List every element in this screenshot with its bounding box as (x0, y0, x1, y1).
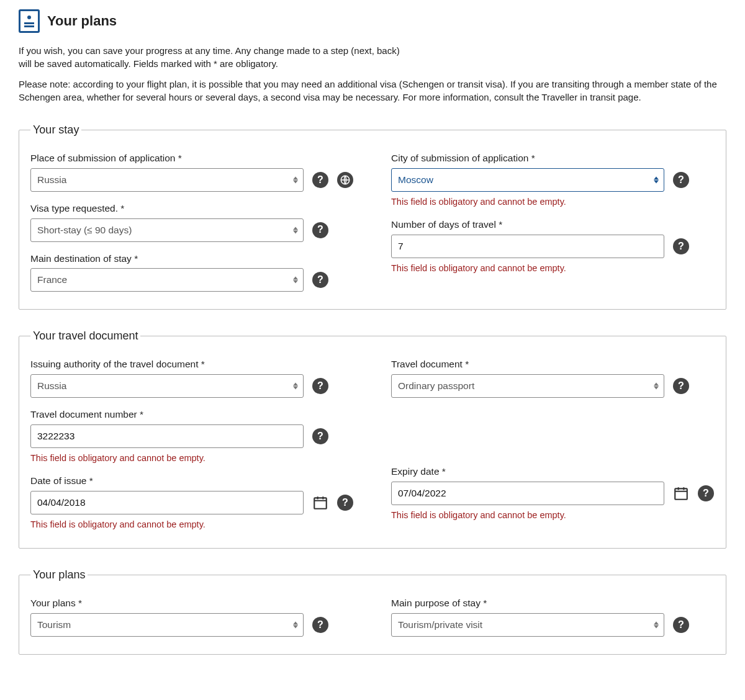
help-icon[interactable]: ? (312, 428, 328, 444)
document-icon (19, 9, 40, 33)
place-of-submission-label: Place of submission of application * (30, 151, 354, 165)
expiry-date-value: 07/04/2022 (398, 487, 446, 500)
help-icon[interactable]: ? (337, 495, 353, 511)
help-icon[interactable]: ? (698, 485, 714, 501)
chevron-updown-icon (654, 383, 659, 390)
chevron-updown-icon (293, 227, 298, 233)
calendar-icon[interactable] (312, 495, 328, 511)
date-of-issue-value: 04/04/2018 (37, 496, 86, 509)
main-purpose-select[interactable]: Tourism/private visit (391, 613, 664, 637)
chevron-updown-icon (293, 621, 298, 628)
travel-document-value: Ordinary passport (398, 379, 474, 393)
expiry-date-label: Expiry date * (391, 465, 715, 478)
help-icon[interactable]: ? (673, 172, 689, 188)
destination-value: France (37, 273, 67, 287)
doc-number-error: This field is obligatory and cannot be e… (30, 452, 354, 464)
section-legend-doc: Your travel document (30, 328, 140, 344)
date-of-issue-input[interactable]: 04/04/2018 (30, 491, 304, 514)
issuing-authority-select[interactable]: Russia (30, 374, 304, 398)
section-legend-stay: Your stay (30, 122, 81, 138)
help-icon[interactable]: ? (312, 172, 328, 188)
doc-number-input[interactable]: 3222233 (30, 424, 304, 448)
destination-select[interactable]: France (30, 268, 304, 292)
doc-number-value: 3222233 (37, 429, 74, 443)
date-of-issue-label: Date of issue * (30, 474, 354, 488)
page-header: Your plans (19, 9, 726, 33)
help-icon[interactable]: ? (673, 617, 689, 633)
main-purpose-value: Tourism/private visit (398, 618, 482, 632)
svg-rect-2 (675, 488, 687, 499)
help-icon[interactable]: ? (312, 617, 328, 633)
intro-paragraph-2: Please note: according to your flight pl… (19, 78, 726, 104)
place-of-submission-value: Russia (37, 173, 66, 187)
globe-icon[interactable] (337, 172, 353, 188)
intro-text: If you wish, you can save your progress … (19, 44, 726, 104)
chevron-updown-icon (293, 383, 298, 390)
intro-paragraph-1: If you wish, you can save your progress … (19, 44, 404, 70)
travel-document-label: Travel document * (391, 357, 715, 371)
expiry-date-error: This field is obligatory and cannot be e… (391, 509, 715, 521)
city-of-submission-label: City of submission of application * (391, 151, 715, 165)
visa-type-select[interactable]: Short-stay (≤ 90 days) (30, 218, 304, 242)
chevron-updown-icon (293, 277, 298, 284)
expiry-date-input[interactable]: 07/04/2022 (391, 482, 664, 505)
city-of-submission-value: Moscow (398, 173, 433, 187)
section-your-stay: Your stay Place of submission of applica… (19, 122, 726, 310)
chevron-updown-icon (654, 621, 659, 628)
issuing-authority-label: Issuing authority of the travel document… (30, 357, 354, 371)
section-legend-plans: Your plans (30, 567, 88, 583)
place-of-submission-select[interactable]: Russia (30, 168, 304, 192)
city-error: This field is obligatory and cannot be e… (391, 195, 715, 208)
your-plans-select[interactable]: Tourism (30, 613, 304, 637)
section-travel-document: Your travel document Issuing authority o… (19, 328, 726, 549)
visa-type-value: Short-stay (≤ 90 days) (37, 223, 132, 237)
days-of-travel-value: 7 (398, 240, 404, 253)
your-plans-value: Tourism (37, 618, 71, 632)
help-icon[interactable]: ? (673, 378, 689, 394)
visa-type-label: Visa type requested. * (30, 202, 354, 215)
help-icon[interactable]: ? (312, 222, 328, 238)
section-your-plans: Your plans Your plans * Tourism ? Main p… (19, 567, 726, 655)
days-of-travel-label: Number of days of travel * (391, 218, 715, 231)
travel-document-select[interactable]: Ordinary passport (391, 374, 664, 398)
help-icon[interactable]: ? (312, 378, 328, 394)
days-of-travel-input[interactable]: 7 (391, 235, 664, 258)
help-icon[interactable]: ? (673, 238, 689, 254)
svg-rect-1 (314, 498, 327, 508)
chevron-updown-icon (293, 176, 298, 183)
calendar-icon[interactable] (673, 485, 689, 501)
city-of-submission-select[interactable]: Moscow (391, 168, 664, 192)
doc-number-label: Travel document number * (30, 408, 354, 421)
page-title: Your plans (47, 12, 117, 31)
destination-label: Main destination of stay * (30, 252, 354, 266)
main-purpose-label: Main purpose of stay * (391, 596, 715, 610)
days-error: This field is obligatory and cannot be e… (391, 262, 715, 274)
issuing-authority-value: Russia (37, 379, 66, 393)
your-plans-label: Your plans * (30, 596, 354, 610)
date-of-issue-error: This field is obligatory and cannot be e… (30, 518, 354, 531)
chevron-updown-icon (654, 176, 659, 183)
help-icon[interactable]: ? (312, 272, 328, 288)
